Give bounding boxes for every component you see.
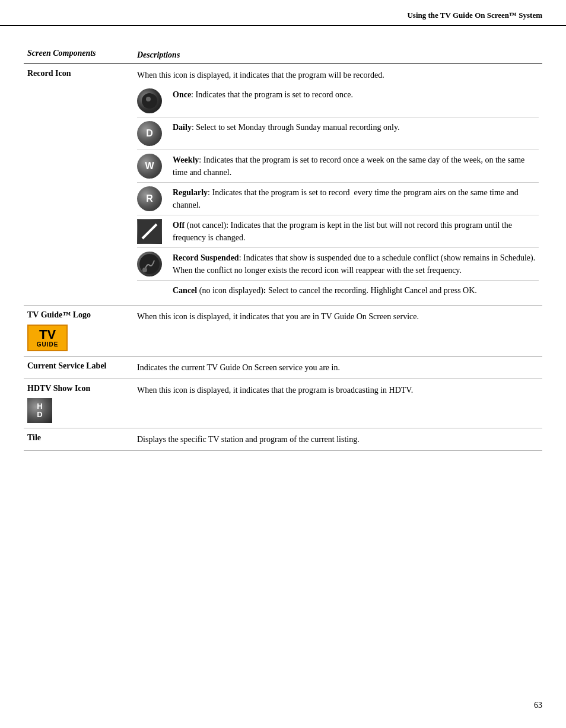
svg-point-5 [142, 268, 147, 272]
table-row-record-icon: Record Icon When this icon is displayed,… [24, 64, 542, 306]
hdtv-h-text: H [37, 402, 42, 411]
tile-component-label: Tile [24, 428, 133, 451]
page-content: Screen Components Descriptions Record Ic… [0, 26, 566, 475]
tvguide-logo-component-cell: TV Guide™ Logo TV GUIDE [24, 306, 133, 357]
page-number: 63 [534, 701, 542, 710]
record-cancel-icon-cell [137, 284, 173, 297]
table-header-row: Screen Components Descriptions [24, 44, 542, 64]
record-off-row: Off (not cancel): Indicates that the pro… [137, 215, 539, 248]
record-off-icon-cell [137, 219, 173, 244]
table-row-tvguide-logo: TV Guide™ Logo TV GUIDE When this icon i… [24, 306, 542, 357]
tvguide-logo-desc: When this icon is displayed, it indicate… [133, 306, 542, 357]
record-suspended-icon-cell [137, 252, 173, 276]
tile-desc: Displays the specific TV station and pro… [133, 428, 542, 451]
record-cancel-row: Cancel (no icon displayed): Select to ca… [137, 281, 539, 300]
record-suspended-row: Record Suspended: Indicates that show is… [137, 248, 539, 281]
record-icon-main-desc: When this icon is displayed, it indicate… [137, 69, 539, 81]
record-regularly-desc: Regularly: Indicates that the program is… [173, 186, 539, 211]
hdtv-component-label: HDTV Show Icon [27, 384, 130, 393]
hdtv-icon: H D [27, 398, 52, 423]
record-once-row: Once: Indicates that the program is set … [137, 85, 539, 117]
table-row-tile: Tile Displays the specific TV station an… [24, 428, 542, 451]
record-once-icon-cell [137, 88, 173, 113]
record-daily-icon: D [137, 121, 162, 146]
record-weekly-row: W Weekly: Indicates that the program is … [137, 150, 539, 183]
record-regularly-row: R Regularly: Indicates that the program … [137, 183, 539, 215]
record-once-desc: Once: Indicates that the program is set … [173, 88, 539, 113]
record-daily-row: D Daily: Select to set Monday through Su… [137, 117, 539, 150]
tv-guide-tv-text: TV [33, 328, 62, 341]
hdtv-component-cell: HDTV Show Icon H D [24, 379, 133, 428]
col-desc-header: Descriptions [133, 44, 542, 64]
table-row-current-service: Current Service Label Indicates the curr… [24, 357, 542, 379]
col-component-header: Screen Components [24, 44, 133, 64]
table-row-hdtv: HDTV Show Icon H D When this icon is dis… [24, 379, 542, 428]
record-weekly-icon-cell: W [137, 154, 173, 179]
svg-point-1 [146, 97, 151, 101]
record-daily-desc: Daily: Select to set Monday through Sund… [173, 121, 539, 146]
page-header: Using the TV Guide On Screen™ System [0, 0, 566, 26]
record-regularly-icon: R [137, 186, 162, 211]
hdtv-desc: When this icon is displayed, it indicate… [133, 379, 542, 428]
record-cancel-desc: Cancel (no icon displayed): Select to ca… [173, 284, 539, 297]
record-icon-desc-cell: When this icon is displayed, it indicate… [133, 64, 542, 306]
record-daily-icon-cell: D [137, 121, 173, 146]
record-icon-component-label: Record Icon [24, 64, 133, 306]
record-suspended-desc: Record Suspended: Indicates that show is… [173, 252, 539, 276]
tvguide-logo-label: TV Guide™ Logo [27, 310, 130, 320]
svg-point-4 [139, 254, 160, 274]
record-weekly-desc: Weekly: Indicates that the program is se… [173, 154, 539, 179]
record-regularly-icon-cell: R [137, 186, 173, 211]
current-service-desc: Indicates the current TV Guide On Screen… [133, 357, 542, 379]
page-footer: 63 [534, 701, 542, 710]
tv-guide-guide-text: GUIDE [33, 341, 62, 348]
header-title: Using the TV Guide On Screen™ System [407, 11, 542, 20]
record-suspended-icon [137, 252, 162, 276]
hdtv-d-text: D [37, 411, 42, 419]
record-once-icon [137, 88, 162, 113]
main-table: Screen Components Descriptions Record Ic… [24, 44, 542, 451]
tv-guide-logo-icon: TV GUIDE [27, 325, 68, 351]
record-off-desc: Off (not cancel): Indicates that the pro… [173, 219, 539, 244]
current-service-component-label: Current Service Label [24, 357, 133, 379]
record-weekly-icon: W [137, 154, 162, 179]
record-off-icon [137, 219, 162, 244]
